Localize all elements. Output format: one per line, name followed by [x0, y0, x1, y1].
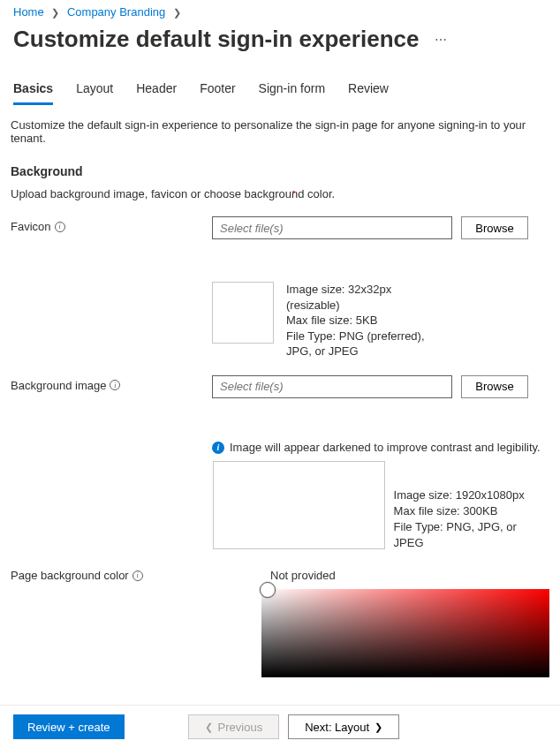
bgimage-callout-text: Image will appear darkened to improve co…: [230, 441, 541, 454]
info-filled-icon: i: [212, 442, 224, 454]
bgcolor-label-text: Page background color: [11, 569, 129, 582]
info-icon[interactable]: i: [55, 222, 65, 232]
color-picker[interactable]: [261, 589, 549, 677]
required-indicator-icon: [292, 191, 295, 193]
breadcrumb: Home ❯ Company Branding ❯: [0, 0, 560, 20]
bgcolor-value: Not provided: [270, 569, 549, 582]
page-title: Customize default sign-in experience: [13, 26, 419, 53]
breadcrumb-company-branding[interactable]: Company Branding: [67, 5, 165, 19]
tab-basics[interactable]: Basics: [13, 81, 53, 105]
bgcolor-row: Page background color i Not provided: [11, 569, 549, 677]
favicon-label: Favicon i: [11, 216, 212, 233]
content: Customize the default sign-in experience…: [0, 110, 560, 677]
background-heading: Background: [11, 164, 549, 178]
breadcrumb-home[interactable]: Home: [13, 5, 44, 19]
favicon-row: Favicon i Browse: [11, 216, 549, 239]
bgimage-label: Background image i: [11, 375, 212, 392]
bgimage-preview: [213, 461, 385, 549]
chevron-right-icon: ❯: [173, 7, 181, 19]
background-sub: Upload background image, favicon or choo…: [11, 187, 549, 200]
bgimage-label-text: Background image: [11, 379, 106, 392]
tab-layout[interactable]: Layout: [76, 81, 113, 105]
intro-text: Customize the default sign-in experience…: [11, 118, 549, 145]
bgimage-row: Background image i Browse: [11, 375, 549, 398]
favicon-hint: Image size: 32x32px (resizable) Max file…: [286, 282, 425, 359]
bgimage-file-input[interactable]: [212, 375, 452, 398]
color-picker-cursor[interactable]: [260, 582, 276, 598]
info-icon[interactable]: i: [132, 570, 143, 581]
next-button[interactable]: Next: Layout ❯: [288, 714, 399, 739]
footer-bar: Review + create ❮ Previous Next: Layout …: [0, 705, 560, 748]
tab-footer[interactable]: Footer: [200, 81, 235, 105]
favicon-file-input[interactable]: [212, 216, 452, 239]
bgimage-preview-row: Image size: 1920x1080px Max file size: 3…: [213, 461, 549, 552]
bgcolor-label: Page background color i: [11, 569, 261, 582]
tab-signin-form[interactable]: Sign-in form: [259, 81, 325, 105]
review-create-button[interactable]: Review + create: [13, 714, 125, 739]
favicon-label-text: Favicon: [11, 220, 51, 233]
chevron-right-icon: ❯: [51, 7, 59, 19]
bgimage-browse-button[interactable]: Browse: [461, 375, 528, 398]
previous-label: Previous: [218, 721, 263, 734]
previous-button: ❮ Previous: [188, 714, 280, 739]
tabs: Basics Layout Header Footer Sign-in form…: [0, 60, 560, 105]
favicon-browse-button[interactable]: Browse: [461, 216, 528, 239]
bgcolor-controls: Not provided: [261, 569, 549, 677]
info-icon[interactable]: i: [110, 380, 120, 390]
chevron-right-icon: ❯: [375, 722, 382, 733]
tab-review[interactable]: Review: [348, 81, 389, 105]
more-icon[interactable]: ⋯: [435, 33, 448, 47]
bgimage-callout: i Image will appear darkened to improve …: [212, 441, 549, 454]
favicon-preview-row: Image size: 32x32px (resizable) Max file…: [212, 282, 549, 359]
chevron-left-icon: ❮: [205, 722, 213, 733]
bgimage-hint: Image size: 1920x1080px Max file size: 3…: [394, 487, 549, 552]
tab-header[interactable]: Header: [136, 81, 177, 105]
favicon-preview: [212, 282, 274, 344]
next-label: Next: Layout: [305, 721, 369, 734]
page-title-row: Customize default sign-in experience ⋯: [0, 20, 560, 60]
